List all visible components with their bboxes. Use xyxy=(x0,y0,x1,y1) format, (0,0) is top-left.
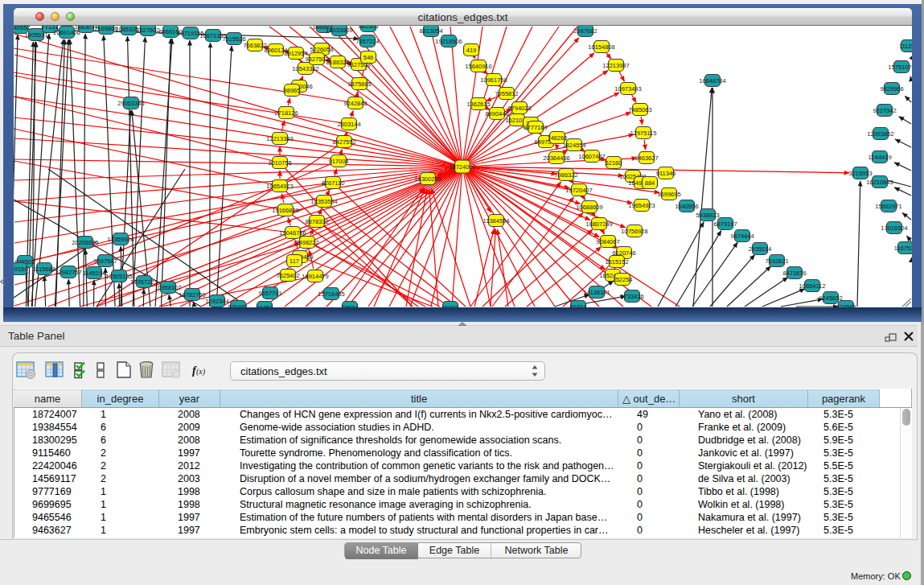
svg-text:16648784: 16648784 xyxy=(699,77,725,84)
svg-text:917004: 917004 xyxy=(328,158,348,165)
svg-text:9242848: 9242848 xyxy=(343,100,367,107)
svg-text:9245652: 9245652 xyxy=(819,295,842,302)
svg-text:8267110: 8267110 xyxy=(322,179,345,187)
svg-text:62160: 62160 xyxy=(606,159,622,167)
svg-text:16210643: 16210643 xyxy=(866,179,893,186)
svg-text:19654923: 19654923 xyxy=(266,183,293,190)
svg-text:15640910: 15640910 xyxy=(465,63,491,70)
svg-text:7632621: 7632621 xyxy=(765,257,788,265)
svg-text:10973493: 10973493 xyxy=(614,85,641,93)
svg-text:10654112: 10654112 xyxy=(799,282,826,290)
svg-text:252254: 252254 xyxy=(612,276,632,283)
svg-text:1115688: 1115688 xyxy=(33,266,55,273)
svg-text:8471676: 8471676 xyxy=(782,270,806,277)
svg-text:1244419: 1244419 xyxy=(868,154,891,161)
svg-text:40314: 40314 xyxy=(570,303,587,308)
svg-text:14136141: 14136141 xyxy=(583,289,610,296)
svg-text:16033809: 16033809 xyxy=(326,27,352,34)
svg-text:1292344: 1292344 xyxy=(205,298,228,305)
svg-text:9929966: 9929966 xyxy=(880,85,903,93)
svg-text:9227342: 9227342 xyxy=(873,107,896,114)
svg-text:10688609: 10688609 xyxy=(576,204,602,211)
svg-text:10756928: 10756928 xyxy=(621,228,647,235)
svg-text:98965: 98965 xyxy=(284,87,301,94)
svg-text:9777169: 9777169 xyxy=(524,124,547,131)
svg-text:1362615: 1362615 xyxy=(466,101,490,108)
svg-text:16914479: 16914479 xyxy=(302,273,328,280)
svg-text:18807249: 18807249 xyxy=(585,220,612,228)
svg-text:10958107: 10958107 xyxy=(154,284,181,291)
svg-text:15751074: 15751074 xyxy=(888,64,912,71)
svg-text:15692971: 15692971 xyxy=(875,203,901,210)
svg-text:9327503: 9327503 xyxy=(305,56,328,63)
svg-text:7955812: 7955812 xyxy=(495,90,518,97)
svg-text:884: 884 xyxy=(645,179,655,187)
svg-text:8813054: 8813054 xyxy=(419,27,442,35)
svg-text:924565: 924565 xyxy=(836,303,856,308)
svg-text:11384554: 11384554 xyxy=(483,217,510,225)
svg-text:5938923: 5938923 xyxy=(696,212,719,219)
svg-text:3215953: 3215953 xyxy=(848,170,872,177)
svg-text:8878332: 8878332 xyxy=(305,218,328,225)
svg-text:1145194: 1145194 xyxy=(83,270,106,277)
svg-text:881305: 881305 xyxy=(358,26,378,30)
svg-text:9699695: 9699695 xyxy=(657,191,680,198)
svg-text:2718126: 2718126 xyxy=(274,109,298,117)
svg-text:746266: 746266 xyxy=(547,134,567,142)
svg-text:18300295: 18300295 xyxy=(414,175,441,183)
svg-text:8186328: 8186328 xyxy=(326,59,349,66)
svg-text:2165800: 2165800 xyxy=(94,26,117,32)
svg-text:19218506: 19218506 xyxy=(435,38,462,45)
svg-text:7857224: 7857224 xyxy=(355,38,379,45)
svg-text:92450: 92450 xyxy=(257,304,273,308)
svg-text:12942757: 12942757 xyxy=(55,269,81,276)
svg-text:911346: 911346 xyxy=(656,170,676,177)
svg-text:7515526: 7515526 xyxy=(222,35,245,43)
svg-text:(x): (x) xyxy=(196,367,206,377)
svg-text:1010755: 1010755 xyxy=(268,159,291,167)
svg-text:19654923: 19654923 xyxy=(628,202,655,209)
svg-text:16154808: 16154808 xyxy=(588,43,614,51)
svg-text:9097587: 9097587 xyxy=(93,257,117,265)
svg-text:1733426: 1733426 xyxy=(620,293,643,300)
svg-text:73624: 73624 xyxy=(342,304,359,308)
svg-text:15716485: 15716485 xyxy=(318,290,344,298)
svg-text:3875685: 3875685 xyxy=(347,80,371,88)
svg-text:20206576: 20206576 xyxy=(72,239,98,246)
svg-text:6794028: 6794028 xyxy=(507,105,531,112)
svg-text:9084067: 9084067 xyxy=(596,238,619,245)
svg-text:9657791: 9657791 xyxy=(258,290,281,297)
svg-text:7485063: 7485063 xyxy=(628,106,651,113)
svg-text:20364436: 20364436 xyxy=(543,154,569,162)
svg-text:7663822: 7663822 xyxy=(243,42,266,49)
svg-text:10543382: 10543382 xyxy=(292,65,318,72)
svg-text:419: 419 xyxy=(466,47,477,54)
svg-text:117: 117 xyxy=(290,257,299,265)
svg-text:970461: 970461 xyxy=(228,303,248,308)
svg-text:546: 546 xyxy=(363,54,374,61)
svg-text:9463627: 9463627 xyxy=(634,154,658,162)
svg-text:8912954: 8912954 xyxy=(284,50,307,57)
svg-text:19046786: 19046786 xyxy=(279,229,306,237)
svg-text:111294: 111294 xyxy=(899,43,912,50)
svg-text:9474444: 9474444 xyxy=(730,233,754,240)
svg-text:15720407: 15720407 xyxy=(565,187,592,194)
svg-text:39159: 39159 xyxy=(14,266,27,273)
svg-text:81923: 81923 xyxy=(442,304,459,308)
svg-text:18724007: 18724007 xyxy=(449,163,475,171)
svg-text:5226058: 5226058 xyxy=(310,46,333,53)
svg-text:2935114: 2935114 xyxy=(749,245,772,253)
svg-text:7986322: 7986322 xyxy=(554,171,577,179)
svg-text:8427552: 8427552 xyxy=(332,138,355,146)
svg-text:17359924: 17359924 xyxy=(107,236,133,243)
svg-text:10961758: 10961758 xyxy=(480,76,507,84)
svg-text:3498222: 3498222 xyxy=(295,239,318,246)
svg-text:3824554: 3824554 xyxy=(562,142,585,149)
svg-text:1167533: 1167533 xyxy=(894,245,912,252)
svg-text:12353594: 12353594 xyxy=(310,198,337,205)
svg-text:12213383: 12213383 xyxy=(266,135,293,142)
svg-text:17957223: 17957223 xyxy=(130,278,157,286)
svg-text:2087682: 2087682 xyxy=(573,27,597,35)
svg-text:1615152: 1615152 xyxy=(605,258,628,266)
svg-text:16782759: 16782759 xyxy=(179,291,205,299)
